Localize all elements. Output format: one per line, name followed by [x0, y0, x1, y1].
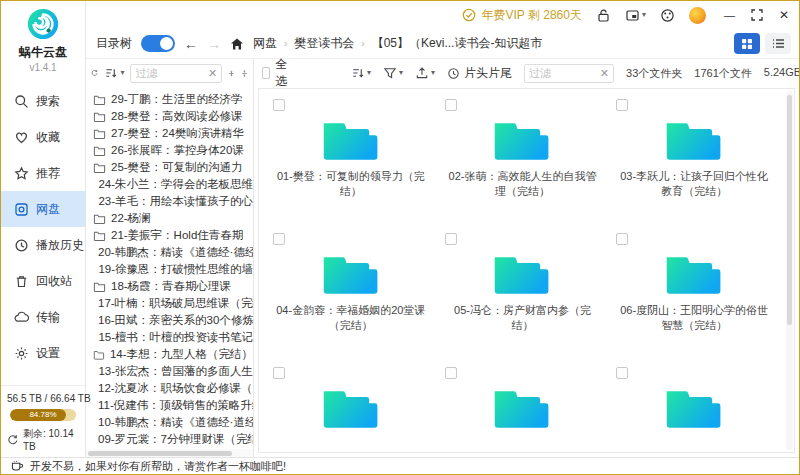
maximize-button[interactable]	[751, 9, 763, 21]
pip-icon	[625, 8, 640, 23]
folder-checkbox[interactable]	[445, 233, 457, 245]
tree-item[interactable]: 13-张宏杰：曾国藩的多面人生	[93, 363, 253, 380]
tree-item[interactable]: 16-田斌：亲密关系的30个修炼	[93, 312, 253, 329]
storage-remaining: 剩余: 10.14 TB	[23, 427, 79, 452]
list-view-button[interactable]	[765, 33, 791, 54]
tree-item[interactable]: 18-杨霞：青春期心理课	[93, 278, 253, 295]
tree-item[interactable]: 28-樊登：高效阅读必修课	[93, 108, 253, 125]
tree-item[interactable]: 15-檀书：叶檀的投资读书笔记	[93, 329, 253, 346]
tree-item[interactable]: 14-李想：九型人格（完结）	[93, 346, 253, 363]
sidebar-item-settings[interactable]: 设置	[1, 335, 85, 371]
filter-menu-button[interactable]: ▾	[383, 66, 403, 80]
select-all-checkbox[interactable]: 全选	[262, 56, 291, 90]
tree-item[interactable]: 22-杨澜	[93, 210, 253, 227]
tree-item-label: 10-韩鹏杰：精读《道德经·道经	[98, 415, 253, 430]
content-vertical-scrollbar[interactable]	[786, 91, 793, 450]
sidebar-item-favorites[interactable]: 收藏	[1, 119, 85, 155]
sidebar-item-play-history[interactable]: 播放历史	[1, 227, 85, 263]
folder-checkbox[interactable]	[445, 367, 457, 379]
tree-item[interactable]: 27-樊登：24樊响演讲精华	[93, 125, 253, 142]
folder-card[interactable]: 01-樊登：可复制的领导力（完结）	[265, 93, 437, 227]
vip-badge[interactable]: 年费VIP 剩 2860天	[462, 7, 582, 24]
tree-item[interactable]: 09-罗元裳：7分钟理财课（完结）	[93, 431, 253, 448]
minimize-button[interactable]: —	[724, 9, 735, 21]
tree-item[interactable]: 19-徐豫恩：打破惯性思维的墙	[93, 261, 253, 278]
folder-checkbox[interactable]	[273, 233, 285, 245]
titlebar: 年费VIP 剩 2860天 ▾ — ✕	[86, 1, 799, 29]
folder-checkbox[interactable]	[273, 367, 285, 379]
tree-item[interactable]: 11-倪建伟：顶级销售的策略升级	[93, 397, 253, 414]
refresh-storage-icon[interactable]	[7, 434, 19, 446]
folder-checkbox[interactable]	[616, 367, 628, 379]
content-toolbar: 全选 ▾ ▾ ▾ 片头片尾 ✕	[254, 59, 799, 87]
forward-button[interactable]: →	[207, 36, 221, 52]
expand-all-icon[interactable]	[241, 67, 248, 80]
user-avatar[interactable]	[689, 7, 706, 24]
clip-trim-button[interactable]: 片头片尾	[447, 65, 512, 82]
folder-checkbox[interactable]	[616, 233, 628, 245]
lock-button[interactable]	[596, 8, 611, 23]
folder-card[interactable]	[265, 361, 437, 453]
sidebar-item-recycle-bin[interactable]: 回收站	[1, 263, 85, 299]
theme-button[interactable]	[660, 8, 675, 23]
coffee-icon	[11, 460, 24, 472]
content-filter-box: ✕	[524, 64, 614, 83]
sidebar-item-cloud-disk[interactable]: 网盘	[1, 191, 85, 227]
tree-refresh-icon[interactable]	[91, 66, 98, 80]
back-button[interactable]: ←	[184, 36, 198, 52]
folder-icon	[93, 229, 106, 242]
folder-checkbox[interactable]	[616, 99, 628, 111]
grid-view-icon	[741, 38, 753, 50]
folder-icon	[93, 144, 106, 157]
folder-card[interactable]: 06-度阴山：王阳明心学的俗世智慧（完结）	[608, 227, 780, 361]
tree-filter-input[interactable]	[135, 67, 205, 79]
folder-card[interactable]: 03-李跃儿：让孩子回归个性化教育（完结）	[608, 93, 780, 227]
breadcrumb-item[interactable]: 樊登读书会	[294, 35, 354, 52]
clear-filter-icon[interactable]: ✕	[598, 67, 609, 80]
breadcrumb-item[interactable]: 【05】（Kevi...读书会-知识超市	[372, 35, 543, 52]
content-filter-input[interactable]	[529, 67, 598, 79]
folder-card[interactable]	[608, 361, 780, 453]
tree-item[interactable]: 24-朱小兰：学得会的老板思维	[93, 176, 253, 193]
close-button[interactable]: ✕	[779, 8, 789, 22]
clear-filter-icon[interactable]: ✕	[206, 67, 217, 80]
content-sort-button[interactable]: ▾	[351, 66, 371, 80]
folder-checkbox[interactable]	[273, 99, 285, 111]
sidebar-item-recommend[interactable]: 推荐	[1, 155, 85, 191]
tree-item[interactable]: 23-羊毛：用绘本读懂孩子的心	[93, 193, 253, 210]
folder-card[interactable]: 04-金韵蓉：幸福婚姻的20堂课（完结）	[265, 227, 437, 361]
tree-item[interactable]: 17-叶楠：职场破局思维课（完结	[93, 295, 253, 312]
folder-checkbox[interactable]	[445, 99, 457, 111]
folder-name: 05-冯仑：房产财富内参（完结）	[437, 303, 609, 334]
tree-item[interactable]: 26-张展晖：掌控身体20课	[93, 142, 253, 159]
sidebar-item-transfer[interactable]: 传输	[1, 299, 85, 335]
folder-card[interactable]: 05-冯仑：房产财富内参（完结）	[437, 227, 609, 361]
sidebar-item-search[interactable]: 搜索	[1, 83, 85, 119]
folder-count: 33个文件夹	[626, 66, 682, 81]
brand: 蜗牛云盘 v1.4.1	[1, 1, 85, 73]
tree-item-label: 11-倪建伟：顶级销售的策略升级	[98, 398, 253, 413]
tree-item[interactable]: 12-沈夏冰：职场饮食必修课（完	[93, 380, 253, 397]
list-view-icon	[772, 38, 785, 49]
tree-item[interactable]: 25-樊登：可复制的沟通力	[93, 159, 253, 176]
pip-button[interactable]: ▾	[625, 8, 646, 23]
tree-item[interactable]: 21-姜振宇：Hold住青春期	[93, 227, 253, 244]
upload-button[interactable]: ▾	[415, 66, 435, 80]
tree-item[interactable]: 20-韩鹏杰：精读《道德经·德经	[93, 244, 253, 261]
tree-item-label: 29-丁鹏：生活里的经济学	[111, 92, 243, 107]
home-icon[interactable]	[230, 37, 244, 51]
collapse-all-icon[interactable]	[228, 67, 235, 80]
star-icon	[14, 166, 29, 181]
status-message: 开发不易，如果对你有所帮助，请赏作者一杯咖啡吧!	[30, 459, 286, 474]
grid-view-button[interactable]	[734, 33, 760, 54]
tree-sort-button[interactable]: ▾	[104, 66, 124, 80]
folder-icon	[661, 381, 727, 433]
folder-icon	[489, 113, 555, 165]
folder-card[interactable]: 02-张萌：高效能人生的自我管理（完结）	[437, 93, 609, 227]
tree-horizontal-scrollbar[interactable]	[86, 449, 253, 457]
folder-card[interactable]	[437, 361, 609, 453]
tree-toggle-switch[interactable]	[141, 35, 175, 52]
tree-item[interactable]: 29-丁鹏：生活里的经济学	[93, 91, 253, 108]
tree-item[interactable]: 10-韩鹏杰：精读《道德经·道经	[93, 414, 253, 431]
breadcrumb-item[interactable]: 网盘	[253, 35, 277, 52]
